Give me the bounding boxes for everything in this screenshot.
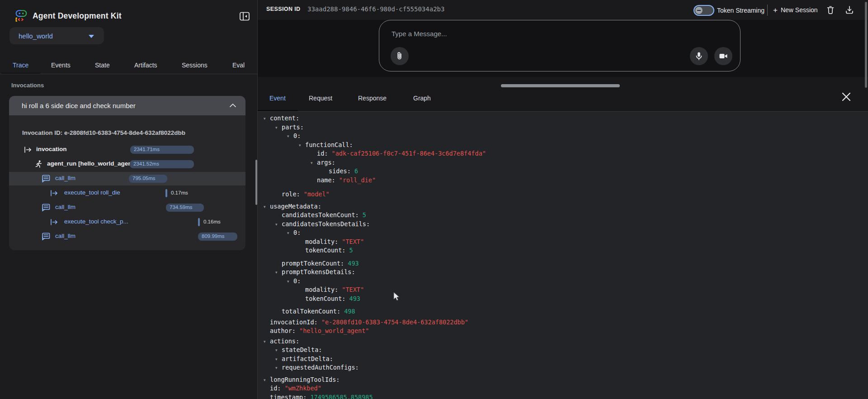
tab-events[interactable]: Events bbox=[51, 62, 71, 69]
json-node[interactable]: ▾content: bbox=[264, 114, 860, 123]
json-node[interactable]: ▾role: "model" bbox=[275, 190, 860, 199]
detail-panel-header bbox=[258, 77, 868, 112]
chevron-down-icon bbox=[89, 35, 94, 38]
json-node[interactable]: ▾parts: bbox=[275, 123, 860, 132]
json-node[interactable]: ▾promptTokensDetails: bbox=[275, 268, 860, 277]
sidebar-scrollbar-thumb[interactable] bbox=[255, 160, 257, 205]
json-key: args: bbox=[317, 159, 335, 166]
json-node[interactable]: ▾longRunningToolIds: bbox=[264, 375, 860, 385]
enter-arrow-icon bbox=[50, 189, 59, 198]
json-node[interactable]: ▾author: "hello_world_agent" bbox=[264, 327, 860, 336]
json-node[interactable]: ▾usageMetadata: bbox=[264, 202, 860, 211]
tab-state[interactable]: State bbox=[95, 62, 110, 69]
page-scrollbar-thumb[interactable] bbox=[865, 2, 867, 88]
trace-span-row[interactable]: call_llm795.05ms bbox=[9, 172, 245, 185]
token-streaming-toggle[interactable] bbox=[693, 5, 714, 16]
json-tree: ▾content:▾parts:▾0:▾functionCall:▾id: "a… bbox=[264, 114, 860, 399]
json-value: "wmZhkbed" bbox=[281, 385, 321, 392]
duration-label: 0.17ms bbox=[171, 190, 188, 195]
json-node[interactable]: ▾0: bbox=[287, 132, 860, 141]
close-detail-panel-button[interactable] bbox=[841, 91, 852, 102]
json-node[interactable]: ▾candidatesTokensDetails: bbox=[275, 220, 860, 229]
json-node[interactable]: ▾artifactDelta: bbox=[275, 355, 860, 364]
delete-session-button[interactable] bbox=[826, 5, 835, 15]
tab-sessions[interactable]: Sessions bbox=[182, 62, 208, 69]
tab-response[interactable]: Response bbox=[358, 95, 387, 102]
json-node[interactable]: ▾functionCall: bbox=[299, 141, 860, 150]
collapse-triangle-icon[interactable]: ▾ bbox=[287, 277, 293, 286]
trace-span-label: call_llm bbox=[55, 175, 75, 181]
collapse-triangle-icon[interactable]: ▾ bbox=[275, 346, 282, 355]
trace-duration-bar: 809.99ms bbox=[198, 233, 237, 241]
tabs-divider bbox=[0, 74, 258, 74]
json-node[interactable]: ▾modality: "TEXT" bbox=[299, 238, 860, 247]
invocation-title: hi roll a 6 side dice and check number bbox=[22, 102, 136, 109]
collapse-triangle-icon[interactable]: ▾ bbox=[275, 355, 282, 364]
collapse-triangle-icon[interactable]: ▾ bbox=[287, 229, 293, 238]
agent-select-dropdown[interactable]: hello_world bbox=[9, 27, 104, 44]
tab-eval[interactable]: Eval bbox=[232, 62, 245, 69]
json-node[interactable]: ▾id: "wmZhkbed" bbox=[264, 384, 860, 393]
tab-event[interactable]: Event bbox=[269, 95, 286, 102]
json-key: parts: bbox=[282, 124, 304, 131]
horizontal-scrollbar-thumb[interactable] bbox=[501, 84, 620, 87]
invocations-section-label: Invocations bbox=[11, 82, 44, 89]
collapse-triangle-icon[interactable]: ▾ bbox=[264, 337, 270, 346]
invocation-card-header[interactable]: hi roll a 6 side dice and check number bbox=[9, 96, 245, 115]
trace-span-row[interactable]: execute_tool roll_die0.17ms bbox=[9, 186, 245, 200]
collapse-triangle-icon[interactable]: ▾ bbox=[264, 114, 270, 123]
json-node[interactable]: ▾candidatesTokenCount: 5 bbox=[275, 211, 860, 220]
tab-artifacts[interactable]: Artifacts bbox=[134, 62, 157, 69]
collapse-triangle-icon[interactable]: ▾ bbox=[275, 364, 282, 372]
attach-file-button[interactable] bbox=[391, 47, 409, 65]
trace-span-row[interactable]: agent_run [hello_world_agent]2341.52ms bbox=[9, 157, 245, 171]
duration-label: 2341.71ms bbox=[134, 147, 194, 152]
chevron-up-icon[interactable] bbox=[229, 103, 236, 108]
json-node[interactable]: ▾name: "roll_die" bbox=[311, 176, 860, 185]
trace-span-row[interactable]: call_llm809.99ms bbox=[9, 230, 245, 243]
collapse-triangle-icon[interactable]: ▾ bbox=[287, 132, 293, 141]
json-node[interactable]: ▾tokenCount: 493 bbox=[299, 294, 860, 304]
json-node[interactable]: ▾id: "adk-caf25106-f0c7-451f-86e4-3c6d7e… bbox=[311, 149, 860, 158]
duration-label: 795.05ms bbox=[132, 176, 167, 181]
json-node[interactable]: ▾timestamp: 1749586585.858985 bbox=[264, 393, 860, 399]
collapse-triangle-icon[interactable]: ▾ bbox=[264, 203, 270, 211]
trace-span-label: execute_tool check_p... bbox=[64, 218, 128, 225]
collapse-triangle-icon[interactable]: ▾ bbox=[311, 159, 317, 167]
json-node[interactable]: ▾actions: bbox=[264, 337, 860, 346]
microphone-button[interactable] bbox=[690, 47, 708, 65]
json-node[interactable]: ▾sides: 6 bbox=[322, 167, 860, 176]
microphone-icon bbox=[694, 51, 704, 61]
json-value: "e-2808fd10-6383-4754-8de4-632af8022dbb" bbox=[318, 318, 468, 326]
duration-label: 0.16ms bbox=[203, 219, 221, 224]
export-session-button[interactable] bbox=[844, 5, 854, 15]
new-session-button[interactable]: +New Session bbox=[773, 6, 818, 15]
json-value: 5 bbox=[359, 211, 366, 218]
collapse-triangle-icon[interactable]: ▾ bbox=[264, 376, 270, 385]
json-node[interactable]: ▾tokenCount: 5 bbox=[299, 246, 860, 255]
video-button[interactable] bbox=[714, 47, 732, 65]
json-node[interactable]: ▾promptTokenCount: 493 bbox=[275, 259, 860, 268]
trace-span-row[interactable]: call_llm734.59ms bbox=[9, 201, 245, 214]
json-node[interactable]: ▾totalTokenCount: 498 bbox=[275, 307, 860, 316]
json-node[interactable]: ▾0: bbox=[287, 228, 860, 238]
json-node[interactable]: ▾invocationId: "e-2808fd10-6383-4754-8de… bbox=[264, 318, 860, 327]
collapse-triangle-icon[interactable]: ▾ bbox=[275, 268, 282, 277]
collapse-triangle-icon[interactable]: ▾ bbox=[275, 220, 282, 229]
json-node[interactable]: ▾0: bbox=[287, 277, 860, 286]
json-node[interactable]: ▾requestedAuthConfigs: bbox=[275, 363, 860, 372]
trace-span-row[interactable]: invocation2341.71ms bbox=[9, 143, 245, 157]
json-node[interactable]: ▾stateDelta: bbox=[275, 346, 860, 355]
message-input[interactable] bbox=[379, 20, 741, 71]
tab-graph[interactable]: Graph bbox=[413, 95, 431, 102]
sidebar-collapse-icon[interactable] bbox=[239, 11, 250, 22]
tab-request[interactable]: Request bbox=[309, 95, 332, 102]
json-node[interactable]: ▾modality: "TEXT" bbox=[299, 285, 860, 294]
collapse-triangle-icon[interactable]: ▾ bbox=[299, 141, 305, 150]
collapse-triangle-icon[interactable]: ▾ bbox=[275, 124, 282, 132]
trace-span-row[interactable]: execute_tool check_p...0.16ms bbox=[9, 215, 245, 229]
json-key: 0: bbox=[293, 277, 301, 285]
tab-trace[interactable]: Trace bbox=[13, 62, 28, 69]
json-node[interactable]: ▾args: bbox=[311, 158, 860, 167]
json-key: modality: bbox=[305, 238, 338, 245]
